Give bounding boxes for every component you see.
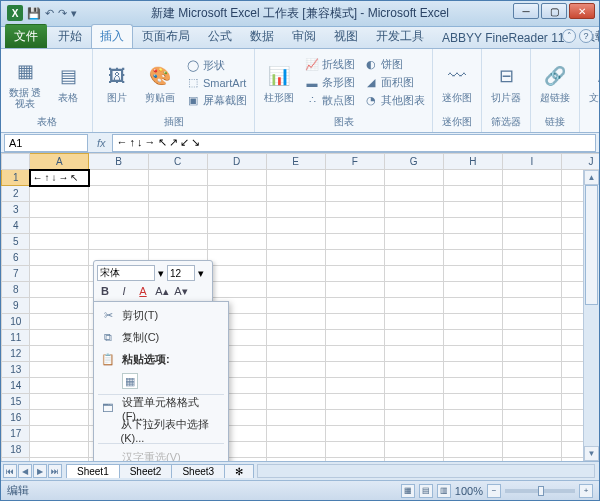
cell[interactable] [266, 426, 325, 442]
row-header[interactable]: 2 [2, 186, 30, 202]
cell[interactable] [502, 218, 561, 234]
row-header[interactable]: 1 [2, 170, 30, 186]
fx-button[interactable]: fx [91, 137, 112, 149]
sheet-tab-3[interactable]: Sheet3 [171, 464, 225, 478]
cell[interactable] [384, 282, 443, 298]
minimize-ribbon-icon[interactable]: ˄ [562, 29, 576, 43]
column-header[interactable]: D [207, 154, 266, 170]
cell[interactable] [89, 186, 148, 202]
row-header[interactable]: 13 [2, 362, 30, 378]
new-sheet-button[interactable]: ✻ [224, 464, 254, 478]
menu-copy[interactable]: ⧉复制(C) [94, 326, 228, 348]
cell[interactable] [30, 250, 89, 266]
italic-button[interactable]: I [116, 283, 132, 299]
bar-chart-button[interactable]: ▬条形图 [302, 74, 358, 91]
vertical-scrollbar[interactable]: ▲ ▼ [583, 170, 599, 461]
cell[interactable] [502, 170, 561, 186]
cell[interactable] [148, 202, 207, 218]
cell[interactable] [325, 186, 384, 202]
column-header[interactable]: I [502, 154, 561, 170]
cell[interactable] [384, 362, 443, 378]
cell[interactable] [325, 250, 384, 266]
hyperlink-button[interactable]: 🔗超链接 [535, 52, 575, 114]
cell[interactable] [443, 282, 502, 298]
cell[interactable] [266, 394, 325, 410]
cell[interactable] [89, 170, 148, 186]
cell[interactable] [502, 330, 561, 346]
close-button[interactable]: ✕ [569, 3, 595, 19]
cell[interactable] [502, 410, 561, 426]
zoom-level[interactable]: 100% [455, 485, 483, 497]
bold-button[interactable]: B [97, 283, 113, 299]
row-header[interactable]: 9 [2, 298, 30, 314]
cell[interactable] [266, 346, 325, 362]
sheet-tab-1[interactable]: Sheet1 [66, 464, 120, 478]
first-sheet-icon[interactable]: ⏮ [3, 464, 17, 478]
cell[interactable] [207, 202, 266, 218]
picture-button[interactable]: 🖼图片 [97, 52, 137, 114]
cell[interactable] [384, 298, 443, 314]
cell[interactable] [443, 442, 502, 458]
cell[interactable] [30, 362, 89, 378]
select-all-corner[interactable] [2, 154, 30, 170]
font-name-input[interactable] [97, 265, 155, 281]
cell[interactable] [502, 442, 561, 458]
tab-file[interactable]: 文件 [5, 24, 47, 48]
column-header[interactable]: J [561, 154, 599, 170]
cell[interactable] [207, 186, 266, 202]
excel-icon[interactable]: X [7, 5, 23, 21]
cell[interactable] [502, 314, 561, 330]
cell[interactable] [443, 186, 502, 202]
slicer-button[interactable]: ⊟切片器 [486, 52, 526, 114]
row-header[interactable]: 11 [2, 330, 30, 346]
menu-paste-choice[interactable]: ▦ [94, 370, 228, 392]
cell[interactable] [502, 346, 561, 362]
shapes-button[interactable]: ◯形状 [183, 57, 250, 74]
prev-sheet-icon[interactable]: ◀ [18, 464, 32, 478]
cell[interactable] [325, 410, 384, 426]
cell[interactable] [502, 426, 561, 442]
cell[interactable] [443, 378, 502, 394]
textbox-button[interactable]: A文本框 [584, 52, 599, 114]
cell[interactable] [325, 362, 384, 378]
column-header[interactable]: A [30, 154, 89, 170]
cell[interactable] [266, 442, 325, 458]
tab-insert[interactable]: 插入 [91, 24, 133, 48]
zoom-out-button[interactable]: − [487, 484, 501, 498]
screenshot-button[interactable]: ▣屏幕截图 [183, 92, 250, 109]
cell[interactable] [325, 330, 384, 346]
cell[interactable] [443, 426, 502, 442]
cell[interactable] [30, 266, 89, 282]
cell[interactable] [443, 362, 502, 378]
font-size-input[interactable] [167, 265, 195, 281]
cell[interactable] [30, 346, 89, 362]
cell[interactable] [384, 378, 443, 394]
cell[interactable] [325, 314, 384, 330]
cell[interactable] [502, 186, 561, 202]
tab-dev[interactable]: 开发工具 [367, 24, 433, 48]
horizontal-scrollbar[interactable] [257, 464, 595, 478]
row-header[interactable]: 10 [2, 314, 30, 330]
line-chart-button[interactable]: 📈折线图 [302, 56, 358, 73]
row-header[interactable]: 7 [2, 266, 30, 282]
redo-icon[interactable]: ↷ [58, 7, 67, 20]
cell[interactable] [266, 362, 325, 378]
row-header[interactable]: 12 [2, 346, 30, 362]
cell[interactable] [30, 202, 89, 218]
tab-data[interactable]: 数据 [241, 24, 283, 48]
tab-formula[interactable]: 公式 [199, 24, 241, 48]
spreadsheet-grid[interactable]: ABCDEFGHIJ1←↑↓→↖234567891011121314151617… [1, 153, 599, 461]
cell-a1[interactable]: ←↑↓→↖ [30, 170, 89, 186]
cell[interactable] [325, 442, 384, 458]
tab-layout[interactable]: 页面布局 [133, 24, 199, 48]
cell[interactable] [207, 218, 266, 234]
menu-cut[interactable]: ✂剪切(T) [94, 304, 228, 326]
pivot-table-button[interactable]: ▦数据 透视表 [5, 52, 45, 114]
cell[interactable] [325, 266, 384, 282]
table-button[interactable]: ▤表格 [48, 52, 88, 114]
zoom-thumb[interactable] [538, 486, 544, 496]
cell[interactable] [266, 170, 325, 186]
font-dropdown-icon[interactable]: ▾ [158, 267, 164, 280]
cell[interactable] [325, 378, 384, 394]
font-shrink-button[interactable]: A▾ [173, 283, 189, 299]
